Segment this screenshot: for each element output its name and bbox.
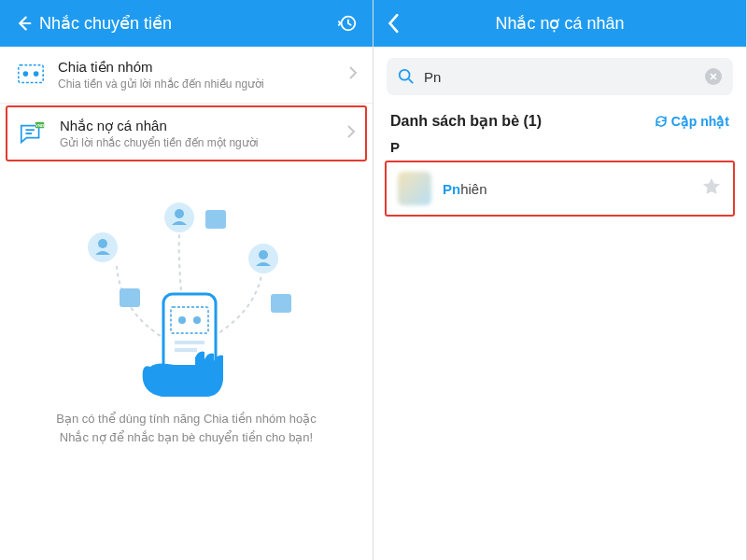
close-icon bbox=[710, 73, 717, 80]
right-screen: Nhắc nợ cá nhân Pn Danh sách bạn bè (1) … bbox=[374, 0, 747, 560]
refresh-button[interactable]: Cập nhật bbox=[655, 114, 729, 129]
svg-rect-21 bbox=[175, 341, 204, 344]
friend-list-item[interactable]: Pnhiên bbox=[385, 161, 735, 217]
svg-rect-16 bbox=[271, 294, 291, 313]
menu-item-title: Nhắc nợ cá nhân bbox=[60, 118, 258, 134]
menu-item-subtitle: Gửi lời nhắc chuyển tiền đến một người bbox=[60, 136, 258, 149]
refresh-icon bbox=[655, 115, 668, 128]
friend-name-rest: hiên bbox=[460, 181, 486, 197]
clear-search-button[interactable] bbox=[705, 68, 722, 85]
menu-item-subtitle: Chia tiền và gửi lời nhắc đến nhiều ngườ… bbox=[58, 77, 264, 91]
svg-point-20 bbox=[193, 316, 201, 324]
svg-rect-5 bbox=[25, 133, 32, 134]
chevron-left-icon bbox=[387, 13, 402, 34]
illustration-icon bbox=[65, 191, 308, 397]
chevron-right-icon bbox=[346, 124, 356, 143]
menu-item-title: Chia tiền nhóm bbox=[58, 59, 264, 76]
friend-name: Pnhiên bbox=[443, 181, 487, 197]
svg-rect-22 bbox=[175, 348, 197, 352]
star-icon bbox=[701, 176, 722, 197]
svg-point-3 bbox=[34, 71, 39, 77]
svg-point-13 bbox=[259, 250, 268, 259]
left-screen: Nhắc chuyển tiền Chia tiền nhóm Chia tiề… bbox=[0, 0, 374, 560]
history-button[interactable] bbox=[335, 11, 359, 35]
svg-rect-1 bbox=[19, 65, 43, 83]
friends-section-header: Danh sách bạn bè (1) Cập nhật bbox=[374, 106, 746, 133]
svg-rect-14 bbox=[120, 288, 140, 307]
menu-item-text: Chia tiền nhóm Chia tiền và gửi lời nhắc… bbox=[58, 59, 264, 91]
svg-point-9 bbox=[98, 239, 107, 248]
back-button[interactable] bbox=[13, 13, 39, 34]
left-header-title: Nhắc chuyển tiền bbox=[39, 13, 335, 34]
avatar bbox=[398, 172, 431, 205]
svg-rect-15 bbox=[205, 210, 226, 229]
svg-text:VND: VND bbox=[35, 123, 44, 128]
left-header: Nhắc chuyển tiền bbox=[0, 0, 373, 47]
right-header: Nhắc nợ cá nhân bbox=[374, 0, 746, 47]
right-header-title: Nhắc nợ cá nhân bbox=[413, 13, 733, 34]
history-icon bbox=[337, 13, 358, 34]
menu-item-group-split[interactable]: Chia tiền nhóm Chia tiền và gửi lời nhắc… bbox=[0, 47, 373, 104]
back-button[interactable] bbox=[387, 13, 413, 34]
group-split-icon bbox=[15, 59, 47, 91]
menu-item-personal-debt[interactable]: VND Nhắc nợ cá nhân Gửi lời nhắc chuyển … bbox=[6, 105, 367, 161]
menu-item-text: Nhắc nợ cá nhân Gửi lời nhắc chuyển tiền… bbox=[60, 118, 258, 149]
chevron-right-icon bbox=[348, 65, 358, 84]
letter-group: P bbox=[374, 133, 746, 161]
search-input[interactable]: Pn bbox=[387, 58, 733, 95]
svg-rect-4 bbox=[25, 129, 34, 131]
back-arrow-icon bbox=[13, 13, 34, 34]
search-area: Pn bbox=[374, 47, 746, 106]
svg-point-23 bbox=[400, 70, 410, 80]
friend-name-match: Pn bbox=[443, 181, 460, 197]
friends-section-title: Danh sách bạn bè (1) bbox=[390, 112, 655, 130]
svg-point-19 bbox=[178, 316, 186, 324]
refresh-label: Cập nhật bbox=[671, 114, 729, 129]
favorite-button[interactable] bbox=[701, 176, 722, 201]
search-icon bbox=[398, 68, 415, 85]
search-value: Pn bbox=[424, 69, 705, 85]
illustration-area: Bạn có thể dùng tính năng Chia tiền nhóm… bbox=[0, 163, 373, 455]
svg-point-2 bbox=[23, 71, 29, 77]
personal-debt-icon: VND bbox=[17, 118, 49, 149]
svg-point-11 bbox=[175, 209, 184, 218]
hint-text: Bạn có thể dùng tính năng Chia tiền nhóm… bbox=[19, 400, 354, 446]
